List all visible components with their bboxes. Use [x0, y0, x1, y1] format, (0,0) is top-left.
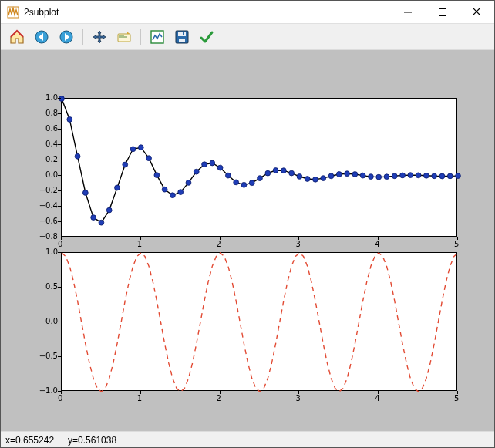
ytick-label: 0.4: [35, 140, 58, 148]
svg-point-53: [360, 173, 365, 178]
svg-point-35: [217, 165, 223, 170]
ytick-label: 0.0: [35, 317, 58, 325]
forward-button[interactable]: [55, 26, 78, 48]
ytick-label: 0.0: [35, 170, 58, 179]
customize-button[interactable]: [195, 26, 218, 48]
maximize-button[interactable]: [425, 1, 460, 24]
subplots-icon: [150, 29, 165, 45]
svg-point-57: [392, 173, 397, 179]
xtick-label: 1: [137, 240, 142, 248]
svg-point-27: [154, 173, 160, 178]
svg-point-60: [416, 173, 421, 178]
ytick-label: 1.0: [35, 93, 58, 102]
svg-point-26: [146, 156, 152, 161]
svg-point-62: [432, 173, 437, 179]
svg-point-18: [82, 190, 88, 196]
svg-point-39: [249, 180, 254, 186]
xtick-label: 4: [375, 240, 379, 248]
xtick-label: 0: [58, 394, 62, 403]
svg-line-3: [473, 8, 480, 15]
svg-point-58: [400, 173, 406, 178]
save-button[interactable]: [170, 26, 194, 48]
ytick-label: 0.8: [35, 109, 58, 117]
svg-rect-2: [439, 8, 446, 15]
zoom-rect-icon: [116, 29, 132, 45]
xtick-label: 2: [217, 240, 221, 248]
svg-point-21: [106, 207, 112, 213]
svg-point-20: [99, 220, 104, 225]
pan-icon: [92, 29, 107, 45]
svg-point-37: [234, 180, 239, 185]
arrow-left-icon: [34, 29, 49, 45]
xtick-label: 4: [375, 394, 379, 403]
ytick-label: 1.0: [35, 248, 58, 256]
svg-point-29: [170, 193, 176, 198]
ytick-label: −0.4: [35, 201, 58, 210]
svg-point-38: [241, 182, 247, 187]
svg-rect-12: [178, 32, 186, 36]
svg-point-16: [67, 117, 72, 123]
xtick-label: 5: [454, 394, 459, 403]
ytick-label: −0.5: [35, 352, 58, 360]
plot-svg: [62, 253, 458, 392]
svg-point-44: [289, 170, 295, 176]
figure-canvas[interactable]: 012345−0.8−0.6−0.4−0.20.00.20.40.60.81.0…: [1, 50, 494, 431]
svg-point-45: [297, 174, 302, 180]
toolbar-separator: [140, 29, 141, 45]
svg-point-52: [352, 172, 358, 177]
svg-point-59: [408, 173, 413, 178]
window-title: 2subplot: [24, 7, 390, 18]
svg-point-33: [202, 162, 207, 167]
svg-point-15: [59, 96, 65, 102]
xtick-label: 1: [137, 394, 142, 403]
subplots-button[interactable]: [146, 26, 169, 48]
svg-point-31: [186, 180, 191, 186]
xtick-label: 5: [454, 240, 459, 248]
svg-point-54: [369, 174, 374, 180]
svg-point-64: [447, 173, 453, 179]
status-x: x=0.655242: [5, 435, 54, 446]
svg-point-65: [456, 173, 461, 179]
xtick-label: 3: [295, 240, 300, 248]
svg-rect-14: [183, 32, 184, 35]
svg-point-40: [258, 176, 263, 181]
ytick-label: −1.0: [35, 386, 58, 395]
svg-point-50: [336, 172, 342, 177]
minimize-button[interactable]: [390, 1, 425, 24]
svg-rect-13: [179, 39, 185, 42]
pan-button[interactable]: [88, 26, 111, 48]
svg-point-28: [162, 187, 167, 192]
svg-point-47: [313, 177, 318, 182]
ytick-label: 0.2: [35, 155, 58, 163]
ytick-label: 0.6: [35, 124, 58, 133]
svg-point-55: [376, 174, 382, 180]
svg-point-17: [75, 153, 80, 159]
save-icon: [174, 29, 190, 45]
svg-point-19: [91, 215, 96, 221]
svg-point-63: [439, 173, 445, 179]
ytick-label: −0.6: [35, 217, 58, 225]
svg-point-49: [328, 173, 334, 179]
svg-point-61: [423, 173, 429, 178]
home-button[interactable]: [5, 26, 29, 48]
svg-point-48: [321, 176, 326, 181]
plot-svg: [62, 99, 458, 237]
svg-line-4: [473, 8, 480, 15]
svg-point-41: [265, 170, 271, 176]
back-button[interactable]: [30, 26, 53, 48]
window-titlebar: 2subplot: [1, 1, 494, 24]
xtick-label: 3: [295, 394, 300, 403]
svg-point-23: [123, 162, 128, 167]
svg-point-46: [305, 177, 310, 182]
svg-point-42: [273, 168, 278, 173]
svg-point-56: [384, 174, 389, 180]
home-icon: [8, 29, 25, 45]
svg-point-34: [210, 160, 215, 166]
close-button[interactable]: [460, 1, 494, 24]
matplotlib-icon: [7, 6, 19, 19]
check-icon: [199, 29, 214, 45]
zoom-button[interactable]: [113, 26, 136, 48]
svg-point-32: [194, 169, 199, 174]
svg-point-25: [138, 145, 143, 150]
xtick-label: 0: [58, 240, 62, 248]
